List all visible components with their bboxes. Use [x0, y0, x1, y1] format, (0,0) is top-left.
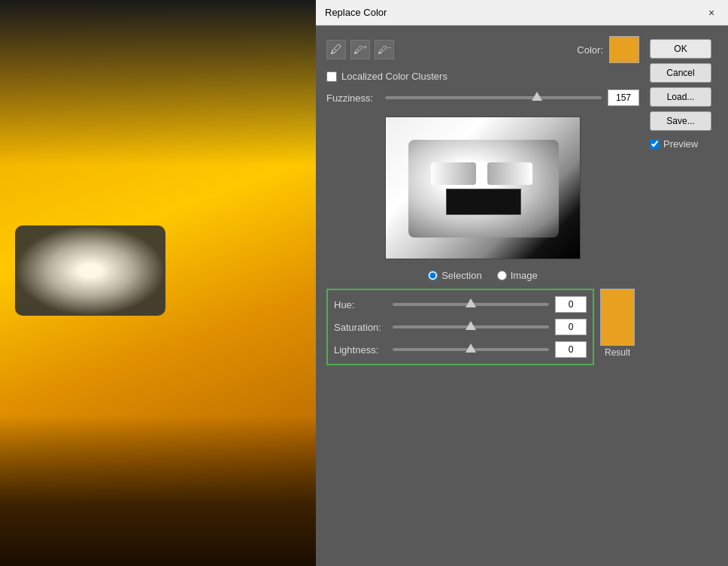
dialog-body: 🖊 🖊+ 🖊− Color: Localized Color	[316, 26, 728, 566]
close-button[interactable]: ×	[704, 5, 719, 20]
replace-color-dialog: Replace Color × 🖊 🖊+ 🖊−	[316, 0, 728, 566]
image-radio-option[interactable]: Image	[497, 270, 538, 281]
preview-image	[386, 117, 580, 259]
hue-slider-thumb[interactable]	[466, 298, 476, 307]
lightness-label: Lightness:	[334, 344, 387, 356]
lightness-slider-thumb[interactable]	[466, 344, 476, 353]
eyedropper-minus-icon: 🖊−	[378, 44, 391, 56]
color-row: Color:	[577, 36, 639, 63]
color-label: Color:	[577, 44, 603, 56]
lightness-row: Lightness:	[334, 341, 587, 358]
hue-label: Hue:	[334, 299, 387, 310]
lightness-slider-track	[393, 348, 549, 351]
saturation-slider-container	[393, 319, 549, 334]
fuzziness-row: Fuzziness:	[326, 89, 639, 106]
hsl-section-wrapper: Hue: Saturation:	[326, 289, 594, 365]
fuzziness-slider-thumb[interactable]	[532, 92, 542, 101]
eyedropper-icon: 🖊	[330, 43, 342, 56]
save-button[interactable]: Save...	[650, 111, 711, 131]
load-button[interactable]: Load...	[650, 87, 711, 107]
preview-grille	[446, 189, 521, 215]
lightness-value-input[interactable]	[555, 341, 587, 358]
localized-color-clusters-checkbox[interactable]	[326, 71, 337, 82]
hsl-section: Hue: Saturation:	[326, 289, 594, 365]
car-headlight	[15, 225, 165, 316]
fuzziness-value-input[interactable]	[608, 89, 639, 106]
selection-radio[interactable]	[428, 271, 438, 280]
saturation-row: Saturation:	[334, 319, 587, 335]
color-swatch[interactable]	[609, 36, 639, 63]
eyedropper-plus-button[interactable]: 🖊+	[350, 40, 370, 59]
car-bottom-shadow	[0, 416, 316, 566]
preview-headlight-left	[431, 162, 476, 185]
hue-row: Hue:	[334, 296, 587, 313]
result-area: Result	[600, 289, 635, 358]
result-swatch[interactable]	[600, 289, 635, 346]
car-dark-area	[0, 0, 316, 165]
dialog-main-area: 🖊 🖊+ 🖊− Color: Localized Color	[326, 36, 639, 555]
result-label: Result	[605, 347, 630, 358]
fuzziness-label: Fuzziness:	[326, 92, 379, 104]
hue-value-input[interactable]	[555, 296, 587, 313]
cancel-button[interactable]: Cancel	[650, 63, 711, 83]
hue-slider-track	[393, 303, 549, 306]
eyedropper-minus-button[interactable]: 🖊−	[375, 40, 394, 59]
image-radio-label: Image	[511, 270, 538, 281]
dialog-title: Replace Color	[325, 7, 387, 18]
dialog-title-bar: Replace Color ×	[316, 0, 728, 26]
eyedropper-plus-icon: 🖊+	[353, 44, 367, 56]
saturation-label: Saturation:	[334, 322, 387, 333]
preview-car	[386, 117, 580, 259]
lightness-slider-container	[393, 342, 549, 357]
hue-slider-container	[393, 297, 549, 312]
localized-color-clusters-row: Localized Color Clusters	[326, 71, 639, 82]
preview-checkbox-label[interactable]: Preview	[663, 138, 698, 150]
saturation-slider-thumb[interactable]	[466, 321, 476, 330]
localized-color-clusters-label[interactable]: Localized Color Clusters	[341, 71, 447, 82]
preview-checkbox-row: Preview	[650, 138, 717, 150]
tool-row: 🖊 🖊+ 🖊−	[326, 40, 394, 59]
image-radio[interactable]	[497, 271, 507, 280]
selection-radio-option[interactable]: Selection	[428, 270, 481, 281]
saturation-value-input[interactable]	[555, 319, 587, 335]
view-mode-radio-group: Selection Image	[326, 270, 639, 281]
saturation-slider-track	[393, 325, 549, 328]
preview-checkbox[interactable]	[650, 139, 660, 149]
fuzziness-slider-track	[385, 96, 602, 99]
eyedropper-tool-button[interactable]: 🖊	[326, 40, 346, 59]
ok-button[interactable]: OK	[650, 39, 711, 59]
dialog-sidebar: OK Cancel Load... Save... Preview	[650, 36, 717, 555]
selection-radio-label: Selection	[441, 270, 481, 281]
fuzziness-slider-container	[385, 90, 602, 105]
preview-headlight-right	[487, 162, 532, 185]
preview-image-container	[385, 117, 581, 259]
